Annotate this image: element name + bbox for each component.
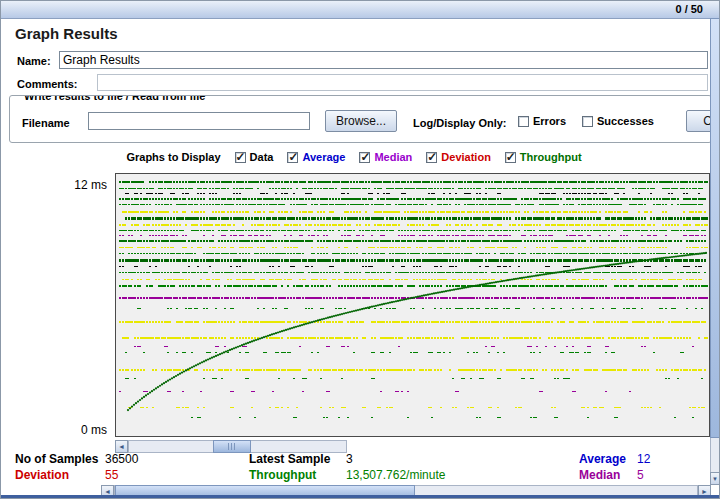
sample-counter: 0 / 50 xyxy=(675,3,703,15)
jmeter-graph-results-window: 0 / 50 Graph Results Name: Comments: Wri… xyxy=(0,0,720,499)
main-vertical-scrollbar[interactable]: ▼ xyxy=(710,18,720,485)
successes-checkbox-label: Successes xyxy=(597,115,654,127)
window-bottom-edge xyxy=(1,495,719,498)
latest-sample-value: 3 xyxy=(346,452,353,466)
comments-label: Comments: xyxy=(17,78,78,90)
no-of-samples-value: 36500 xyxy=(105,452,138,466)
graphs-to-display-row: Graphs to Display Data Average Median De… xyxy=(1,147,707,167)
successes-checkbox[interactable]: Successes xyxy=(582,115,654,127)
deviation-value: 55 xyxy=(105,468,118,482)
deviation-label: Deviation xyxy=(15,468,69,482)
graphs-to-display-label: Graphs to Display xyxy=(126,151,220,163)
name-label: Name: xyxy=(17,55,51,67)
median-value: 5 xyxy=(637,468,644,482)
graph-scrollbar-thumb[interactable] xyxy=(213,440,251,453)
top-status-strip xyxy=(1,1,719,19)
page-title: Graph Results xyxy=(15,25,118,42)
average-checkbox-label: Average xyxy=(302,151,345,163)
median-checkbox-label: Median xyxy=(374,151,412,163)
median-label: Median xyxy=(579,468,620,482)
deviation-checkbox-icon xyxy=(426,152,437,163)
comments-input[interactable] xyxy=(97,74,708,91)
average-value: 12 xyxy=(637,452,650,466)
filename-label: Filename xyxy=(22,117,70,129)
throughput-checkbox-label: Throughput xyxy=(520,151,582,163)
checkbox-median[interactable]: Median xyxy=(359,151,412,163)
y-axis-min-label: 0 ms xyxy=(67,423,107,437)
vscroll-down-arrow-icon[interactable]: ▼ xyxy=(710,472,720,485)
log-display-only-label: Log/Display Only: xyxy=(413,117,507,129)
filename-input[interactable] xyxy=(88,112,310,130)
graph-canvas xyxy=(116,174,709,436)
no-of-samples-label: No of Samples xyxy=(15,452,98,466)
data-checkbox-icon xyxy=(235,152,246,163)
checkbox-data[interactable]: Data xyxy=(235,151,274,163)
errors-checkbox-label: Errors xyxy=(533,115,566,127)
throughput-label: Throughput xyxy=(249,468,316,482)
median-checkbox-icon xyxy=(359,152,370,163)
graph-plot-area xyxy=(115,173,710,437)
write-results-groupbox: Write results to file / Read from file F… xyxy=(9,95,712,143)
throughput-checkbox-icon xyxy=(505,152,516,163)
data-checkbox-label: Data xyxy=(250,151,274,163)
checkbox-throughput[interactable]: Throughput xyxy=(505,151,582,163)
name-input[interactable] xyxy=(59,51,708,69)
scrollbar-grip xyxy=(228,443,236,450)
errors-checkbox[interactable]: Errors xyxy=(518,115,566,127)
checkbox-average[interactable]: Average xyxy=(287,151,345,163)
configure-button[interactable]: Conf xyxy=(686,110,712,132)
average-checkbox-icon xyxy=(287,152,298,163)
browse-button[interactable]: Browse... xyxy=(325,110,397,132)
average-label: Average xyxy=(579,452,626,466)
y-axis-max-label: 12 ms xyxy=(67,178,107,192)
groupbox-title: Write results to file / Read from file xyxy=(20,95,209,102)
successes-checkbox-icon xyxy=(582,116,593,127)
errors-checkbox-icon xyxy=(518,116,529,127)
vscroll-thumb[interactable] xyxy=(710,18,720,438)
throughput-value: 13,507.762/minute xyxy=(346,468,445,482)
deviation-checkbox-label: Deviation xyxy=(441,151,491,163)
checkbox-deviation[interactable]: Deviation xyxy=(426,151,491,163)
latest-sample-label: Latest Sample xyxy=(249,452,330,466)
